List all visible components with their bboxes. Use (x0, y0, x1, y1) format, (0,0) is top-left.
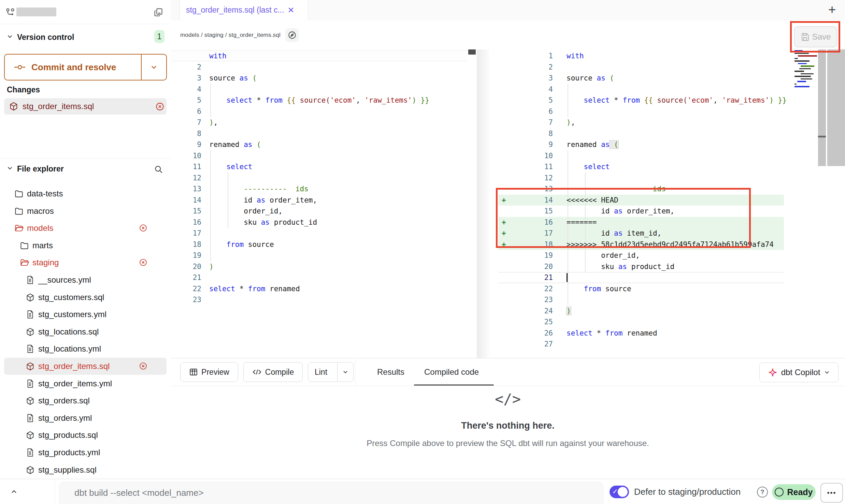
code-line-5[interactable]: 5 select * from {{ source('ecom', 'raw_i… (498, 95, 845, 106)
tab-compiled-code[interactable]: Compiled code (424, 358, 479, 386)
file-item-staging[interactable]: staging (4, 254, 167, 271)
file-item-stg_order_items.sql[interactable]: stg_order_items.sql (4, 358, 167, 375)
code-line-23[interactable]: 23 (171, 294, 477, 306)
code-line-19[interactable]: 19 (171, 250, 477, 261)
code-line-1[interactable]: 1with (498, 50, 845, 62)
file-item-stg_orders.yml[interactable]: stg_orders.yml (4, 410, 167, 427)
code-line-15[interactable]: 15 order_id, (171, 206, 477, 217)
code-line-10[interactable]: 10 (171, 150, 477, 162)
file-item-models[interactable]: models (4, 220, 167, 237)
discard-icon[interactable] (139, 258, 147, 267)
file-item-stg_locations.sql[interactable]: stg_locations.sql (4, 323, 167, 340)
code-line-7[interactable]: 7), (171, 117, 477, 128)
code-line-10[interactable]: 10 (498, 150, 845, 162)
code-line-6[interactable]: 6 (171, 106, 477, 117)
code-line-11[interactable]: 11 select (498, 161, 845, 173)
new-tab-button[interactable]: + (825, 2, 840, 17)
code-line-24[interactable]: 24) (498, 306, 845, 317)
tab-close-icon[interactable]: ✕ (288, 5, 295, 15)
file-explorer-collapse-icon[interactable] (5, 163, 15, 173)
code-line-5[interactable]: 5 select * from {{ source('ecom', 'raw_i… (171, 95, 477, 106)
code-line-25[interactable]: 25 (498, 316, 845, 328)
code-line-14[interactable]: 14 id as order_item, (171, 195, 477, 206)
file-item-data-tests[interactable]: data-tests (4, 185, 167, 202)
file-item-stg_orders.sql[interactable]: stg_orders.sql (4, 392, 167, 409)
code-line-2[interactable]: 2 (498, 62, 845, 73)
file-item-marts[interactable]: marts (4, 237, 167, 254)
code-line-18[interactable]: 18 from source (171, 239, 477, 250)
file-item-stg_order_items.yml[interactable]: stg_order_items.yml (4, 375, 167, 392)
save-button[interactable]: Save (794, 26, 837, 47)
lineage-icon[interactable] (285, 28, 299, 42)
code-line-8[interactable]: 8 (171, 128, 477, 139)
left-scrollbar-thumb[interactable] (468, 49, 476, 55)
more-options-button[interactable]: ••• (820, 483, 843, 503)
code-line-22[interactable]: 22select * from renamed (171, 283, 477, 295)
tab-results[interactable]: Results (377, 358, 404, 386)
code-line-20[interactable]: 20) (171, 261, 477, 272)
file-item-macros[interactable]: macros (4, 203, 167, 220)
file-item-__sources.yml[interactable]: __sources.yml (4, 271, 167, 288)
expand-command-bar-icon[interactable] (5, 479, 23, 504)
code-line-4[interactable]: 4 (498, 84, 845, 95)
code-line-15[interactable]: 15 id as order_item, (498, 206, 845, 217)
code-line-16[interactable]: +16======= (498, 217, 845, 228)
code-line-18[interactable]: +18>>>>>>> 58c1dd23d5eebd9cd2495fa7124ab… (498, 239, 845, 250)
code-line-16[interactable]: 16 sku as product_id (171, 217, 477, 228)
file-item-stg_customers.sql[interactable]: stg_customers.sql (4, 289, 167, 306)
code-line-20[interactable]: 20 sku as product_id (498, 261, 845, 272)
changed-file-row[interactable]: stg_order_items.sql (4, 98, 167, 115)
branch-icon[interactable] (5, 7, 16, 18)
editor-pane-current[interactable]: 1with23source as (45 select * from {{ so… (498, 49, 845, 358)
code-line-12[interactable]: 12 (498, 173, 845, 184)
file-item-stg_supplies.sql[interactable]: stg_supplies.sql (4, 461, 167, 478)
code-line-11[interactable]: 11 select (171, 161, 477, 173)
commit-dropdown-button[interactable] (141, 55, 166, 80)
code-line-3[interactable]: 3source as ( (498, 73, 845, 84)
lint-dropdown-icon[interactable] (337, 362, 353, 382)
code-line-17[interactable]: 17 (171, 228, 477, 239)
code-line-19[interactable]: 19 order_id, (498, 250, 845, 261)
code-line-21[interactable]: 21 (171, 272, 477, 283)
defer-toggle[interactable]: ✓ (610, 486, 629, 498)
file-item-stg_products.yml[interactable]: stg_products.yml (4, 444, 167, 461)
discard-change-icon[interactable] (155, 102, 164, 111)
dbt-copilot-button[interactable]: dbt Copilot (759, 362, 839, 382)
minimap-slider[interactable] (818, 49, 826, 166)
code-line-17[interactable]: +17 id as item_id, (498, 228, 845, 239)
code-line-12[interactable]: 12 (171, 173, 477, 184)
commit-and-resolve-button[interactable]: Commit and resolve (4, 54, 167, 80)
discard-icon[interactable] (139, 362, 147, 370)
code-line-21[interactable]: 21 (498, 272, 845, 283)
command-input[interactable]: dbt build --select <model_name> (59, 482, 603, 504)
help-icon[interactable]: ? (757, 487, 768, 498)
file-item-stg_customers.yml[interactable]: stg_customers.yml (4, 306, 167, 323)
editor-pane-original[interactable]: 1with23source as (45 select * from {{ so… (171, 49, 477, 358)
copy-icon[interactable] (152, 6, 164, 18)
tab-stg-order-items[interactable]: stg_order_items.sql (last c... ✕ (180, 0, 308, 20)
code-line-13[interactable]: 13 ---------- ids (498, 183, 845, 195)
file-item-stg_products.sql[interactable]: stg_products.sql (4, 427, 167, 444)
preview-button[interactable]: Preview (180, 362, 238, 382)
code-line-27[interactable]: 27 (498, 339, 845, 350)
file-item-stg_locations.yml[interactable]: stg_locations.yml (4, 340, 167, 357)
code-line-26[interactable]: 26select * from renamed (498, 328, 845, 339)
code-line-4[interactable]: 4 (171, 84, 477, 95)
code-line-2[interactable]: 2 (171, 62, 477, 73)
code-line-1[interactable]: 1with (171, 50, 477, 62)
code-line-8[interactable]: 8 (498, 128, 845, 139)
code-line-7[interactable]: 7), (498, 117, 845, 128)
code-line-3[interactable]: 3source as ( (171, 73, 477, 84)
search-icon[interactable] (152, 163, 164, 175)
code-line-14[interactable]: +14<<<<<<< HEAD (498, 195, 845, 206)
editor-scrollbar[interactable] (827, 49, 845, 166)
code-line-23[interactable]: 23 (498, 294, 845, 306)
code-line-13[interactable]: 13 ---------- ids (171, 183, 477, 195)
code-line-6[interactable]: 6 (498, 106, 845, 117)
code-line-9[interactable]: 9renamed as ( (498, 139, 845, 150)
version-control-collapse-icon[interactable] (5, 31, 15, 42)
code-line-22[interactable]: 22 from source (498, 283, 845, 295)
compile-button[interactable]: Compile (243, 362, 303, 382)
minimap[interactable] (794, 50, 817, 89)
code-line-9[interactable]: 9renamed as ( (171, 139, 477, 150)
